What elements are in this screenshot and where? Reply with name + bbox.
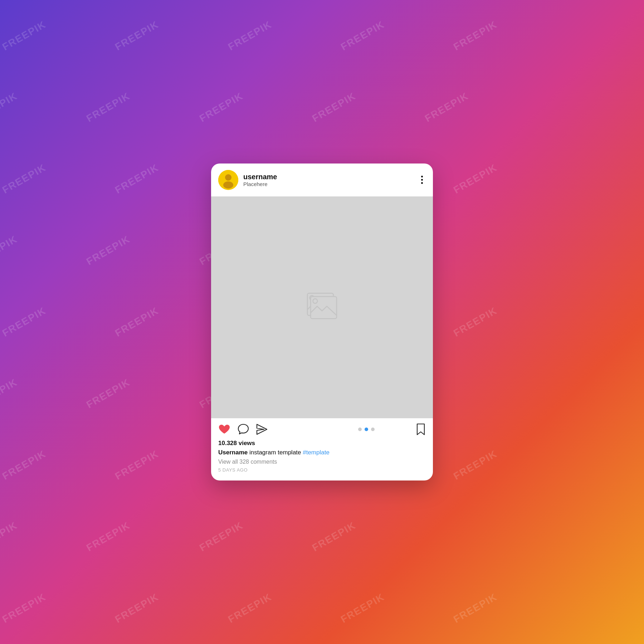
carousel-indicator <box>317 428 416 431</box>
user-info: username Placehere <box>243 172 413 187</box>
more-options-button[interactable] <box>418 173 426 187</box>
bookmark-icon <box>416 423 426 435</box>
indicator-dot-1 <box>358 428 362 431</box>
username-label: username <box>243 172 413 181</box>
post-footer: 10.328 views Username instagram template… <box>211 438 433 481</box>
image-placeholder-icon <box>301 289 343 326</box>
caption-username: Username <box>218 449 248 456</box>
dot-2 <box>421 179 423 181</box>
dot-3 <box>421 182 423 184</box>
action-bar <box>211 418 433 438</box>
like-button[interactable] <box>218 424 230 435</box>
post-header: username Placehere <box>211 164 433 196</box>
placeholder-svg <box>301 289 343 325</box>
heart-icon <box>218 424 230 435</box>
svg-point-2 <box>223 181 233 189</box>
instagram-post-card: username Placehere <box>211 164 433 481</box>
comment-button[interactable] <box>238 424 249 435</box>
share-icon <box>256 424 268 435</box>
views-count: 10.328 views <box>218 440 426 447</box>
post-image <box>211 196 433 418</box>
avatar[interactable] <box>218 170 238 190</box>
action-icons-group <box>218 424 317 435</box>
svg-point-1 <box>225 174 231 181</box>
caption-hashtag[interactable]: #template <box>303 449 330 456</box>
post-timestamp: 5 DAYS AGO <box>218 467 426 473</box>
view-comments-link[interactable]: View all 328 comments <box>218 459 426 465</box>
share-button[interactable] <box>256 424 268 435</box>
avatar-icon <box>218 170 238 190</box>
dot-1 <box>421 176 423 177</box>
post-caption: Username instagram template #template <box>218 448 426 457</box>
indicator-dot-3 <box>371 428 375 431</box>
comment-icon <box>238 424 249 435</box>
indicator-dot-2 <box>365 428 368 431</box>
bookmark-button[interactable] <box>416 423 426 435</box>
caption-text: instagram template <box>248 449 303 456</box>
location-label: Placehere <box>243 181 413 187</box>
svg-rect-5 <box>311 296 337 318</box>
